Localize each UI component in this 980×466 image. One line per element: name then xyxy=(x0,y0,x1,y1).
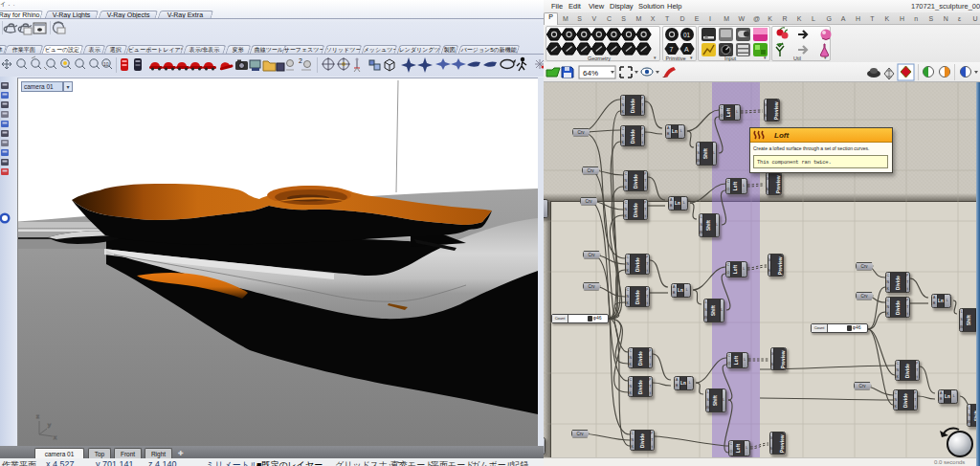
svg-text:01: 01 xyxy=(683,32,691,38)
svg-text:2: 2 xyxy=(299,57,302,64)
svg-text:64%: 64% xyxy=(583,69,598,78)
svg-text:x: x xyxy=(54,434,56,440)
svg-text:A: A xyxy=(684,46,689,53)
svg-text:z: z xyxy=(36,413,39,419)
svg-text:7: 7 xyxy=(670,46,674,53)
svg-text:10: 10 xyxy=(103,61,109,67)
svg-text:y: y xyxy=(48,422,51,428)
